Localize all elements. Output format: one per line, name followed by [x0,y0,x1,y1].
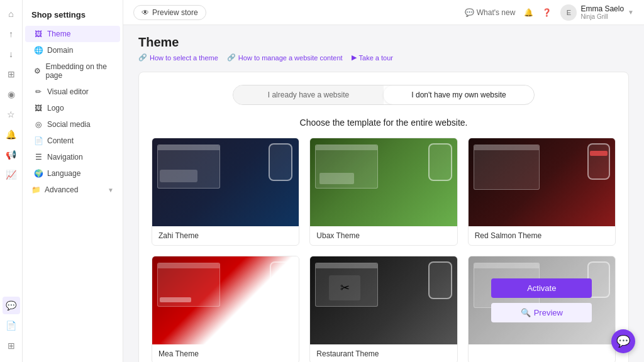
topbar-right: 💬 What's new 🔔 ❓ E Emma Saelo Ninja Gril… [465,4,634,21]
theme-card-mea[interactable]: Mea Theme [152,256,299,362]
icon-arrow-down[interactable]: ↓ [3,45,20,63]
icon-arrow-up[interactable]: ↑ [3,25,20,43]
chat-bubble-button[interactable]: 💬 [611,329,635,353]
embedding-icon: ⚙ [34,67,41,75]
navigation-icon: ☰ [34,153,43,162]
main-content: 👁 Preview store 💬 What's new 🔔 ❓ E Emma … [123,0,644,362]
tab-have-website[interactable]: I already have a website [233,85,384,104]
icon-chart[interactable]: 📈 [3,166,20,184]
sidebar: Shop settings 🖼 Theme 🌐 Domain ⚙ Embeddi… [23,0,123,362]
topbar: 👁 Preview store 💬 What's new 🔔 ❓ E Emma … [123,0,644,25]
activate-overlay: Activate 🔍 Preview [469,256,615,344]
social-icon: ◎ [34,120,43,129]
breadcrumb-take-tour[interactable]: ▶ Take a tour [352,53,393,62]
content-area: Theme 🔗 How to select a theme 🔗 How to m… [123,25,644,362]
icon-bell-left[interactable]: 🔔 [3,126,20,143]
theme-card-active[interactable]: Activate 🔍 Preview [468,256,616,362]
content-icon: 📄 [34,136,43,145]
sidebar-item-social-media[interactable]: ◎ Social media [25,116,120,133]
theme-card-restaurant[interactable]: ✂ Restaurant Theme [309,256,457,362]
icon-bookmark[interactable]: ☆ [3,106,20,123]
help-button[interactable]: ❓ [542,8,552,17]
icon-megaphone[interactable]: 📢 [3,146,20,163]
icon-home[interactable]: ⌂ [3,5,20,23]
preview-theme-button[interactable]: 🔍 Preview [491,303,592,322]
sidebar-item-theme[interactable]: 🖼 Theme [25,26,120,42]
tab-row: I already have a website I don't have my… [233,85,535,105]
sidebar-item-content[interactable]: 📄 Content [25,133,120,149]
link-icon-3: ▶ [352,53,357,62]
preview-store-button[interactable]: 👁 Preview store [133,5,206,20]
language-icon: 🌍 [34,169,43,178]
whats-new-button[interactable]: 💬 What's new [465,8,516,17]
theme-name-active [469,344,615,357]
help-icon: ❓ [542,8,552,17]
link-icon-1: 🔗 [138,53,147,62]
sidebar-item-visual-editor[interactable]: ✏ Visual editor [25,84,120,100]
message-icon: 💬 [465,8,474,17]
logo-icon: 🖼 [34,104,43,112]
theme-name-restaurant: Restaurant Theme [310,344,457,362]
theme-name-mea: Mea Theme [152,344,299,362]
search-icon: 🔍 [521,308,531,317]
theme-container: I already have a website I don't have my… [138,72,629,362]
breadcrumb-select-theme[interactable]: 🔗 How to select a theme [138,53,218,62]
theme-card-ubax[interactable]: Ubax Theme [309,138,457,246]
tab-no-website[interactable]: I don't have my own website [384,85,534,104]
sidebar-item-language[interactable]: 🌍 Language [25,165,120,182]
sidebar-item-logo[interactable]: 🖼 Logo [25,100,120,116]
topbar-left: 👁 Preview store [133,5,206,20]
notifications-button[interactable]: 🔔 [524,8,533,17]
eye-icon: 👁 [142,8,149,17]
activate-button[interactable]: Activate [491,278,592,298]
domain-icon: 🌐 [34,46,43,55]
user-chevron-icon: ▼ [628,9,634,16]
sidebar-item-navigation[interactable]: ☰ Navigation [25,149,120,165]
icon-chat-active[interactable]: 💬 [3,297,20,314]
user-info[interactable]: E Emma Saelo Ninja Grill ▼ [560,4,634,21]
theme-icon: 🖼 [34,30,43,38]
theme-preview-ubax [310,138,457,226]
theme-preview-redsalmon [469,138,615,226]
breadcrumb-manage-content[interactable]: 🔗 How to manage a website content [227,53,343,62]
sidebar-item-domain[interactable]: 🌐 Domain [25,42,120,58]
theme-preview-mea [152,256,299,344]
icon-bar: ⌂ ↑ ↓ ⊞ ◉ ☆ 🔔 📢 📈 💬 📄 ⊞ [0,0,23,362]
sidebar-title: Shop settings [23,6,123,26]
theme-card-zahi[interactable]: Zahi Theme [152,138,299,246]
theme-card-redsalmon[interactable]: Red Salmon Theme [468,138,616,246]
icon-grid[interactable]: ⊞ [3,337,20,354]
theme-name-zahi: Zahi Theme [152,226,299,245]
sidebar-item-embedding[interactable]: ⚙ Embedding on the page [25,58,120,84]
sidebar-item-advanced[interactable]: 📁 Advanced ▼ [23,182,123,198]
chevron-down-icon: ▼ [108,187,114,194]
theme-preview-active: Activate 🔍 Preview [469,256,615,344]
theme-name-ubax: Ubax Theme [310,226,457,245]
theme-name-redsalmon: Red Salmon Theme [469,226,615,245]
theme-grid: Zahi Theme Ubax Theme [152,138,616,362]
chat-icon: 💬 [616,334,630,348]
user-text: Emma Saelo Ninja Grill [580,4,624,20]
link-icon-2: 🔗 [227,53,236,62]
breadcrumb: 🔗 How to select a theme 🔗 How to manage … [138,53,629,62]
icon-layers[interactable]: ⊞ [3,65,20,83]
advanced-icon: 📁 [31,185,40,194]
page-title: Theme [138,35,629,50]
choose-template-text: Choose the template for the entire websi… [152,118,616,128]
theme-preview-restaurant: ✂ [310,256,457,344]
icon-page[interactable]: 📄 [3,317,20,334]
bell-icon: 🔔 [524,8,533,17]
icon-location[interactable]: ◉ [3,85,20,103]
avatar: E [560,4,577,21]
visual-editor-icon: ✏ [34,87,43,96]
theme-preview-zahi [152,138,299,226]
